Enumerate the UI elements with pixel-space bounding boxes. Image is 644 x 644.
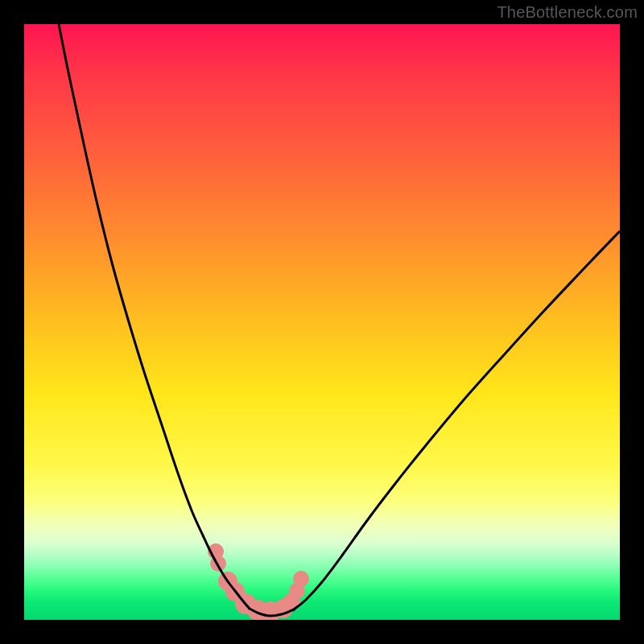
curve-layer bbox=[24, 24, 620, 620]
plot-area bbox=[24, 24, 620, 620]
bottleneck-curve bbox=[59, 24, 620, 616]
chart-frame: TheBottleneck.com bbox=[0, 0, 644, 644]
watermark-text: TheBottleneck.com bbox=[497, 3, 638, 22]
data-point-marker bbox=[293, 571, 309, 587]
